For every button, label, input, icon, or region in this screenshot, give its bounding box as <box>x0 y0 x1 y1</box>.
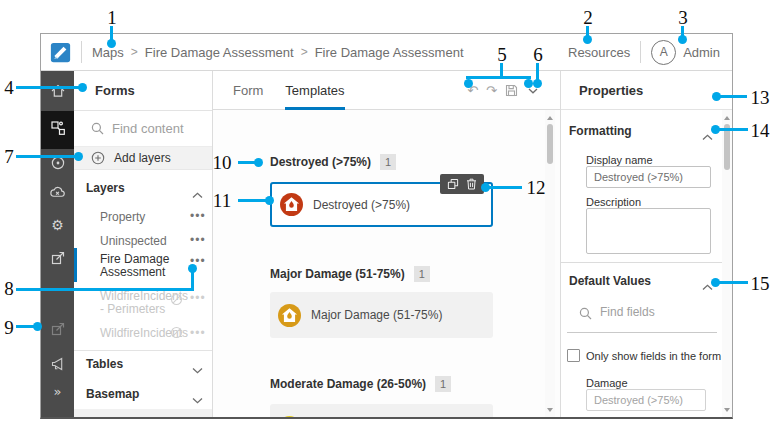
callout-dot <box>583 35 592 44</box>
divider <box>561 262 723 263</box>
scroll-up-icon[interactable] <box>547 116 553 120</box>
delete-trash-icon[interactable] <box>466 178 477 190</box>
template-group-title: Major Damage (51-75%) <box>270 267 405 281</box>
callout-line <box>16 325 34 328</box>
layer-item-fire-damage-assessment[interactable]: Fire Damage Assessment <box>100 253 182 279</box>
forms-icon[interactable] <box>49 119 66 136</box>
redo-icon[interactable]: ↷ <box>486 83 497 98</box>
layer-disabled-icon <box>170 292 183 310</box>
template-card-major-damage[interactable]: Major Damage (51-75%) <box>270 292 493 338</box>
callout-13: 13 <box>748 88 772 107</box>
chevron-down-icon[interactable] <box>192 390 203 408</box>
tables-section-header[interactable]: Tables <box>86 357 123 371</box>
templates-scrollbar[interactable] <box>545 110 555 417</box>
callout-2: 2 <box>581 8 595 27</box>
callout-6: 6 <box>531 45 545 64</box>
callout-5: 5 <box>495 45 509 64</box>
callout-4: 4 <box>2 78 16 97</box>
scrollbar-thumb[interactable] <box>547 124 553 164</box>
display-name-input[interactable] <box>586 166 711 188</box>
settings-gear-icon[interactable]: ⚙ <box>49 216 66 233</box>
template-group-title: Moderate Damage (26-50%) <box>270 377 426 391</box>
layer-options-icon[interactable]: ••• <box>190 236 206 244</box>
description-textarea[interactable] <box>586 208 711 254</box>
template-card-label: Destroyed (>75%) <box>313 198 410 212</box>
callout-line <box>238 199 267 202</box>
callout-line <box>16 288 194 291</box>
callout-10: 10 <box>210 153 234 172</box>
callout-line <box>191 270 194 291</box>
callout-11: 11 <box>210 191 234 210</box>
feedback-megaphone-icon[interactable] <box>49 355 66 372</box>
layer-item-wildfire-perimeters: WildfireIncidents - Perimeters <box>100 290 176 316</box>
add-circle-icon <box>91 151 105 165</box>
search-icon <box>91 122 104 135</box>
templates-editor: Form Templates ↶ ↷ <box>213 71 560 417</box>
callout-line <box>720 95 747 98</box>
formatting-section-header[interactable]: Formatting <box>569 124 632 138</box>
share-icon[interactable] <box>49 249 66 266</box>
callout-line <box>16 86 80 89</box>
layer-options-icon[interactable]: ••• <box>190 212 206 220</box>
app-window: Maps > Fire Damage Assessment > Fire Dam… <box>40 33 733 419</box>
collapse-rail-icon[interactable]: » <box>49 383 66 400</box>
template-card-label: Major Damage (51-75%) <box>311 308 442 322</box>
tab-form[interactable]: Form <box>233 71 263 110</box>
callout-dot <box>74 152 83 161</box>
save-icon[interactable] <box>505 84 518 97</box>
callout-3: 3 <box>676 8 690 27</box>
callout-dot <box>678 35 687 44</box>
find-fields-input[interactable] <box>600 305 700 319</box>
template-count-badge: 1 <box>435 376 451 392</box>
chevron-down-icon[interactable] <box>192 360 203 378</box>
callout-1: 1 <box>105 8 119 27</box>
damage-field-label: Damage <box>586 377 628 389</box>
layer-item-uninspected[interactable]: Uninspected <box>100 235 167 248</box>
tab-templates[interactable]: Templates <box>285 71 344 110</box>
template-symbol-destroyed-icon <box>280 193 303 216</box>
template-card-moderate-damage[interactable]: Moderate Damage (26-50%) <box>270 404 493 417</box>
left-rail: ⚙ » <box>41 71 74 417</box>
find-content-search[interactable] <box>74 111 212 147</box>
layer-options-icon[interactable]: ••• <box>190 294 206 302</box>
duplicate-icon[interactable] <box>447 178 459 190</box>
admin-menu[interactable]: Admin <box>683 45 720 60</box>
breadcrumb-map-name[interactable]: Fire Damage Assessment <box>145 45 294 60</box>
scroll-up-icon[interactable] <box>724 116 730 120</box>
chevron-up-icon[interactable] <box>192 185 203 203</box>
layer-item-property[interactable]: Property <box>100 211 145 224</box>
template-card-toolbar <box>440 174 484 194</box>
find-content-input[interactable] <box>112 121 207 136</box>
scroll-down-icon[interactable] <box>724 408 730 412</box>
template-count-badge: 1 <box>414 266 430 282</box>
avatar[interactable]: A <box>651 40 676 65</box>
only-show-fields-label: Only show fields in the form <box>586 350 721 362</box>
callout-line <box>466 76 531 79</box>
save-menu-chevron-icon[interactable] <box>528 88 538 94</box>
layers-section-header[interactable]: Layers <box>86 181 125 195</box>
default-values-section-header[interactable]: Default Values <box>569 274 651 288</box>
offline-cloud-icon[interactable] <box>49 184 66 201</box>
callout-7: 7 <box>2 147 16 166</box>
layer-options-icon[interactable]: ••• <box>190 329 206 337</box>
divider <box>74 350 212 351</box>
callout-line <box>500 63 503 77</box>
basemap-section-header[interactable]: Basemap <box>86 387 139 401</box>
damage-field-input[interactable] <box>586 389 706 411</box>
resources-link[interactable]: Resources <box>568 45 630 60</box>
export-icon <box>49 320 66 337</box>
templates-list: Destroyed (>75%) 1 <box>213 110 560 417</box>
home-icon[interactable] <box>49 82 66 99</box>
callout-line <box>719 128 748 131</box>
only-show-fields-checkbox[interactable] <box>567 349 580 362</box>
divider <box>81 41 82 63</box>
callout-dot <box>107 39 116 48</box>
properties-scrollbar[interactable] <box>722 110 732 417</box>
scroll-down-icon[interactable] <box>547 408 553 412</box>
callout-8: 8 <box>2 279 16 298</box>
callout-14: 14 <box>748 121 772 140</box>
properties-body: Formatting Display name Description Defa… <box>561 110 732 417</box>
add-layers-button[interactable]: Add layers <box>74 147 212 170</box>
callout-dot <box>254 158 263 167</box>
callout-dot <box>265 196 274 205</box>
